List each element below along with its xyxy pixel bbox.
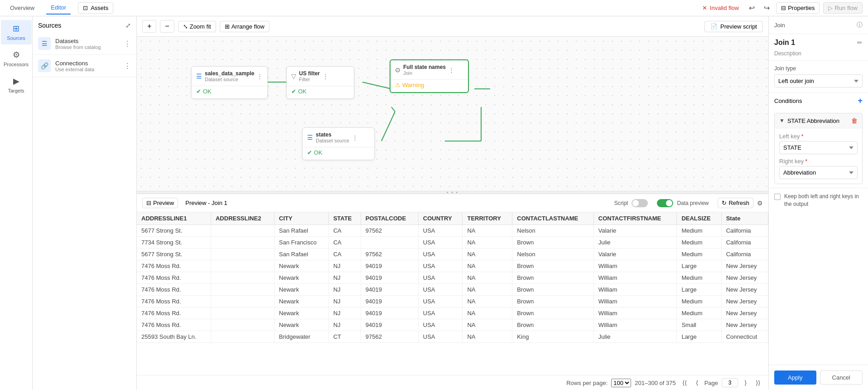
join-node-menu[interactable]: ⋮ (448, 67, 454, 73)
tab-assets[interactable]: ⊡ Assets (78, 2, 113, 14)
table-cell: William (593, 260, 677, 272)
settings-button[interactable]: ⚙ (757, 200, 763, 207)
sales-node-menu[interactable]: ⋮ (257, 73, 263, 80)
table-cell: NA (463, 319, 512, 331)
apply-button[interactable]: Apply (774, 370, 816, 385)
col-state: STATE (328, 212, 361, 225)
datasets-menu-icon[interactable]: ⋮ (124, 39, 131, 48)
table-cell: 7476 Moss Rd. (137, 272, 211, 284)
page-last-button[interactable]: ⟩⟩ (753, 378, 763, 387)
us-filter-node[interactable]: ▽ US filter Filter ⋮ ✔ OK (286, 66, 354, 99)
sidebar-item-processors[interactable]: ⚙ Processors (1, 46, 32, 71)
sidebar-item-sources[interactable]: ⊞ Sources (1, 20, 32, 44)
table-cell: Newark (274, 272, 328, 284)
sources-title: Sources (38, 22, 61, 29)
topbar: Overview Editor ⊡ Assets ✕ Invalid flow … (0, 0, 868, 16)
rows-per-page-select[interactable]: 100 50 200 (611, 379, 631, 387)
flow-canvas[interactable]: ☰ sales_data_sample Dataset source ⋮ ✔ O… (137, 37, 768, 191)
page-prev-button[interactable]: ⟨ (693, 378, 701, 387)
preview-button[interactable]: ⊟ Preview (142, 198, 178, 208)
refresh-button[interactable]: ↻ Refresh (718, 198, 753, 208)
table-cell: USA (418, 331, 463, 343)
table-cell: NA (463, 272, 512, 284)
datasets-item[interactable]: ☰ Datasets Browse from catalog ⋮ (33, 33, 136, 55)
table-cell: William (593, 307, 677, 319)
states-menu[interactable]: ⋮ (352, 134, 358, 141)
page-first-button[interactable]: ⟨⟨ (680, 378, 690, 387)
tab-editor[interactable]: Editor (46, 1, 71, 15)
run-flow-button[interactable]: ▷ Run flow (823, 2, 863, 14)
left-key-field: Left key * STATE (779, 133, 858, 154)
join-type-label: Join type (774, 65, 863, 72)
left-key-select[interactable]: STATE (779, 141, 858, 154)
table-cell: 94019 (361, 272, 418, 284)
sales-node[interactable]: ☰ sales_data_sample Dataset source ⋮ ✔ O… (191, 66, 268, 99)
data-table-container[interactable]: ADDRESSLINE1 ADDRESSLINE2 CITY STATE POS… (137, 212, 768, 375)
condition-expand-icon[interactable]: ▼ (779, 117, 785, 124)
zoom-out-button[interactable]: − (160, 20, 174, 33)
preview-script-icon: 📄 (710, 23, 718, 30)
table-row: 5677 Strong St.San RafaelCA97562USANANel… (137, 225, 768, 237)
table-cell: NJ (328, 284, 361, 296)
us-filter-status: ✔ OK (291, 88, 349, 95)
full-state-names-node[interactable]: ⊙ Full state names Join ⋮ ⚠ Warning (390, 59, 469, 93)
us-filter-menu[interactable]: ⋮ (323, 73, 328, 80)
sources-collapse-button[interactable]: ⤢ (125, 22, 131, 29)
sidebar-item-targets[interactable]: ▶ Targets (1, 73, 32, 97)
conditions-row: Conditions + (769, 92, 868, 109)
script-toggle[interactable] (632, 199, 648, 207)
canvas-toolbar: + − ⤡ Zoom fit ⊞ Arrange flow 📄 Preview … (137, 16, 768, 37)
invalid-flow-icon: ✕ (702, 5, 707, 11)
preview-icon: ⊟ (146, 200, 151, 206)
table-cell: 94019 (361, 307, 418, 319)
properties-button[interactable]: ⊟ Properties (776, 2, 820, 14)
preview-title: Preview - Join 1 (185, 200, 227, 206)
arrange-flow-button[interactable]: ⊞ Arrange flow (220, 21, 270, 32)
undo-button[interactable]: ↩ (746, 2, 757, 14)
zoom-fit-button[interactable]: ⤡ Zoom fit (178, 21, 216, 32)
right-key-field: Right key * Abbreviation (779, 158, 858, 179)
tab-overview[interactable]: Overview (5, 2, 39, 14)
table-cell: Brown (512, 237, 593, 249)
table-cell: Bridgewater (274, 331, 328, 343)
table-row: 7476 Moss Rd.NewarkNJ94019USANABrownWill… (137, 260, 768, 272)
page-next-button[interactable]: ⟩ (742, 378, 749, 387)
data-preview-toggle[interactable] (657, 199, 673, 207)
zoom-out-icon: − (165, 22, 169, 30)
col-contactlastname: CONTACTLASTNAME (512, 212, 593, 225)
arrange-flow-icon: ⊞ (225, 23, 230, 30)
cancel-button[interactable]: Cancel (820, 370, 863, 385)
keep-keys-checkbox[interactable] (774, 194, 781, 200)
table-cell: NA (463, 307, 512, 319)
table-cell: California (721, 249, 768, 260)
condition-delete-button[interactable]: 🗑 (851, 117, 858, 124)
connections-icon: 🔗 (38, 59, 51, 72)
join-type-select[interactable]: Left outer join Inner join Right outer j… (774, 74, 863, 88)
join-status: ⚠ Warning (395, 82, 463, 88)
toggle-knob (632, 200, 639, 206)
table-row: 7476 Moss Rd.NewarkNJ94019USANABrownWill… (137, 319, 768, 331)
props-edit-button[interactable]: ✏ (857, 39, 863, 46)
connections-menu-icon[interactable]: ⋮ (124, 62, 131, 70)
connections-item[interactable]: 🔗 Connections Use external data ⋮ (33, 55, 136, 77)
table-cell: 94019 (361, 260, 418, 272)
table-cell: NA (463, 284, 512, 296)
redo-button[interactable]: ↪ (761, 2, 772, 14)
table-row: 7476 Moss Rd.NewarkNJ94019USANABrownWill… (137, 296, 768, 307)
table-cell: California (721, 237, 768, 249)
table-cell: NA (463, 296, 512, 307)
add-condition-button[interactable]: + (858, 96, 863, 106)
preview-script-button[interactable]: 📄 Preview script (704, 21, 763, 32)
processors-icon: ⚙ (13, 50, 20, 60)
table-cell: Julie (593, 237, 677, 249)
table-cell: New Jersey (721, 319, 768, 331)
right-key-select[interactable]: Abbreviation (779, 166, 858, 179)
props-footer: Apply Cancel (769, 365, 868, 390)
zoom-in-button[interactable]: + (142, 20, 156, 33)
table-cell (211, 319, 274, 331)
page-input[interactable] (722, 378, 738, 387)
table-cell: Large (677, 331, 721, 343)
col-dealsize: DEALSIZE (677, 212, 721, 225)
states-node[interactable]: ☰ states Dataset source ⋮ ✔ OK (302, 127, 375, 160)
invalid-flow-badge: ✕ Invalid flow (702, 5, 739, 11)
